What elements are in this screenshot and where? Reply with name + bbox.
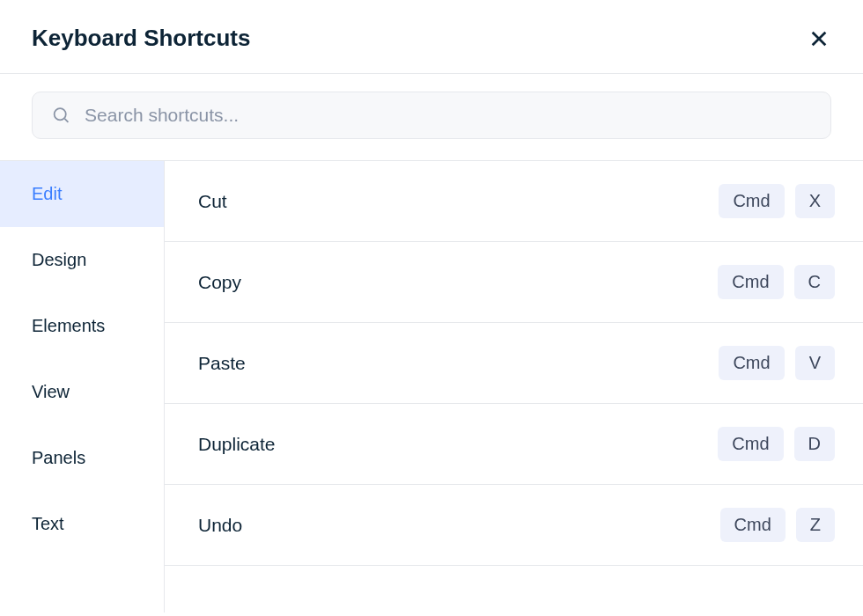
- shortcut-label: Paste: [198, 353, 246, 374]
- search-icon: [52, 106, 70, 125]
- shortcut-keys: Cmd V: [719, 346, 835, 380]
- sidebar-item-label: Edit: [32, 184, 62, 203]
- shortcut-label: Duplicate: [198, 434, 276, 455]
- shortcut-list: Cut Cmd X Copy Cmd C Paste Cmd V Duplica…: [164, 161, 863, 612]
- key: C: [794, 265, 835, 299]
- search-input[interactable]: [85, 105, 811, 126]
- shortcut-label: Cut: [198, 191, 227, 212]
- sidebar-item-label: Panels: [32, 448, 85, 467]
- shortcut-row-paste: Paste Cmd V: [165, 323, 863, 404]
- shortcut-keys: Cmd D: [718, 427, 835, 461]
- key: Z: [796, 508, 835, 542]
- key: Cmd: [719, 184, 784, 218]
- key: Cmd: [720, 508, 786, 542]
- close-icon: [809, 29, 829, 48]
- shortcut-label: Undo: [198, 515, 242, 536]
- sidebar-item-edit[interactable]: Edit: [0, 161, 164, 227]
- page-title: Keyboard Shortcuts: [32, 25, 251, 52]
- shortcut-row-undo: Undo Cmd Z: [165, 485, 863, 566]
- sidebar: Edit Design Elements View Panels Text: [0, 161, 164, 612]
- shortcut-label: Copy: [198, 272, 241, 293]
- sidebar-item-label: Design: [32, 250, 86, 269]
- sidebar-item-design[interactable]: Design: [0, 227, 164, 293]
- shortcut-row-cut: Cut Cmd X: [165, 161, 863, 242]
- header: Keyboard Shortcuts: [0, 0, 863, 73]
- svg-line-3: [64, 119, 68, 122]
- shortcut-keys: Cmd Z: [720, 508, 835, 542]
- sidebar-item-elements[interactable]: Elements: [0, 293, 164, 359]
- search-section: [0, 74, 863, 160]
- key: Cmd: [719, 346, 784, 380]
- shortcut-keys: Cmd C: [718, 265, 835, 299]
- shortcut-row-copy: Copy Cmd C: [165, 242, 863, 323]
- key: Cmd: [718, 427, 783, 461]
- close-button[interactable]: [807, 26, 831, 51]
- key: D: [794, 427, 835, 461]
- sidebar-item-text[interactable]: Text: [0, 491, 164, 557]
- key: V: [795, 346, 835, 380]
- sidebar-item-label: Elements: [32, 316, 105, 335]
- shortcut-row-duplicate: Duplicate Cmd D: [165, 404, 863, 485]
- key: Cmd: [718, 265, 783, 299]
- shortcut-keys: Cmd X: [719, 184, 835, 218]
- sidebar-item-label: View: [32, 382, 70, 401]
- search-box[interactable]: [32, 92, 831, 139]
- sidebar-item-panels[interactable]: Panels: [0, 425, 164, 491]
- key: X: [795, 184, 835, 218]
- content: Edit Design Elements View Panels Text Cu…: [0, 160, 863, 612]
- svg-point-2: [55, 108, 66, 120]
- sidebar-item-view[interactable]: View: [0, 359, 164, 425]
- sidebar-item-label: Text: [32, 514, 64, 533]
